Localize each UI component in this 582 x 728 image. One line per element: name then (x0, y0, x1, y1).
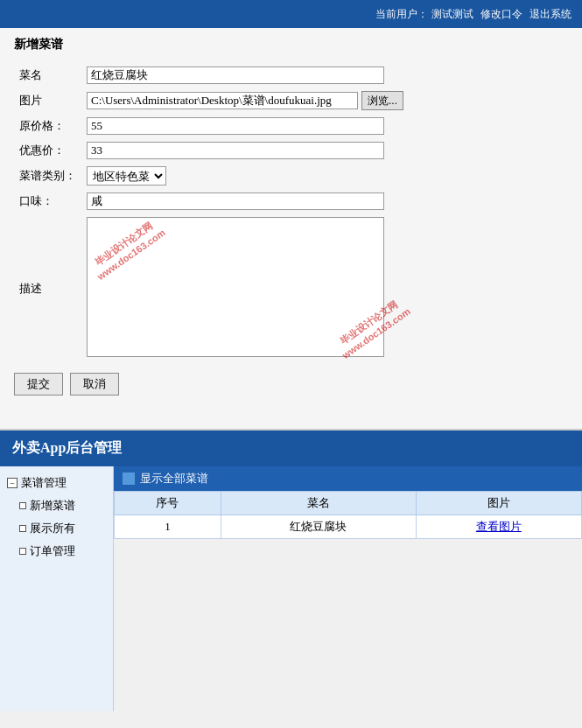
username: 测试测试 (431, 7, 473, 22)
dot-icon (19, 502, 26, 509)
original-price-input[interactable] (87, 117, 384, 135)
image-path-input[interactable] (87, 92, 358, 109)
original-price-label: 原价格： (14, 114, 81, 138)
col-image: 图片 (416, 492, 581, 515)
content-header-label: 显示全部菜谱 (140, 471, 208, 486)
table-row: 1 红烧豆腐块 查看图片 (115, 515, 582, 539)
app-title: 外卖App后台管理 (12, 440, 122, 455)
header-icon (123, 472, 135, 485)
sidebar-item-show-all[interactable]: 展示所有 (0, 517, 113, 540)
content-area: 显示全部菜谱 序号 菜名 图片 1 红烧豆腐块 查看图片 (114, 466, 582, 711)
sidebar-group-dishes[interactable]: − 菜谱管理 (0, 472, 113, 494)
sidebar-item-orders-label: 订单管理 (30, 543, 75, 559)
sidebar-item-orders[interactable]: 订单管理 (0, 540, 113, 563)
add-dish-form: 菜名 图片 浏览... 原价格： (14, 63, 568, 364)
dishes-table: 序号 菜名 图片 1 红烧豆腐块 查看图片 (114, 491, 582, 539)
view-image-link[interactable]: 查看图片 (476, 520, 522, 533)
form-buttons: 提交 取消 (14, 373, 568, 396)
logout-link[interactable]: 退出系统 (529, 7, 571, 22)
main-layout: − 菜谱管理 新增菜谱 展示所有 订单管理 显示全部菜谱 (0, 466, 582, 711)
dot-icon-2 (19, 525, 26, 532)
upper-section: 新增菜谱 菜名 图片 浏览... 原价格： (0, 28, 582, 430)
discount-price-label: 优惠价： (14, 138, 81, 163)
category-label: 菜谱类别： (14, 163, 81, 189)
dot-icon-3 (19, 548, 26, 555)
sidebar-group-label: 菜谱管理 (21, 475, 67, 491)
sidebar-item-show-all-label: 展示所有 (30, 521, 75, 536)
desc-textarea[interactable] (87, 217, 384, 357)
expand-icon: − (7, 478, 18, 488)
form-title: 新增菜谱 (14, 37, 568, 52)
taste-input[interactable] (87, 192, 384, 210)
taste-label: 口味： (14, 189, 81, 214)
browse-button[interactable]: 浏览... (361, 91, 403, 110)
submit-button[interactable]: 提交 (14, 373, 63, 396)
sidebar-item-add-dish[interactable]: 新增菜谱 (0, 494, 113, 517)
content-header: 显示全部菜谱 (114, 466, 582, 491)
lower-section: 外卖App后台管理 − 菜谱管理 新增菜谱 展示所有 订单管理 (0, 430, 582, 711)
current-user-label: 当前用户： (375, 7, 428, 22)
cell-image[interactable]: 查看图片 (416, 515, 581, 539)
desc-label: 描述 (14, 214, 81, 364)
cancel-button[interactable]: 取消 (70, 373, 119, 396)
discount-price-input[interactable] (87, 142, 384, 159)
sidebar: − 菜谱管理 新增菜谱 展示所有 订单管理 (0, 466, 114, 711)
cell-id: 1 (115, 515, 221, 539)
change-password-link[interactable]: 修改口令 (480, 7, 522, 22)
image-label: 图片 (14, 88, 81, 114)
category-select[interactable]: 地区特色菜川菜粤菜湘菜东北菜 (87, 166, 166, 186)
dish-name-label: 菜名 (14, 63, 81, 88)
dish-name-input[interactable] (87, 66, 384, 84)
col-id: 序号 (115, 492, 221, 515)
col-name: 菜名 (221, 492, 416, 515)
app-header: 外卖App后台管理 (0, 430, 582, 466)
cell-name: 红烧豆腐块 (221, 515, 416, 539)
top-header: 当前用户： 测试测试 修改口令 退出系统 (0, 0, 582, 28)
sidebar-item-add-dish-label: 新增菜谱 (30, 498, 75, 514)
